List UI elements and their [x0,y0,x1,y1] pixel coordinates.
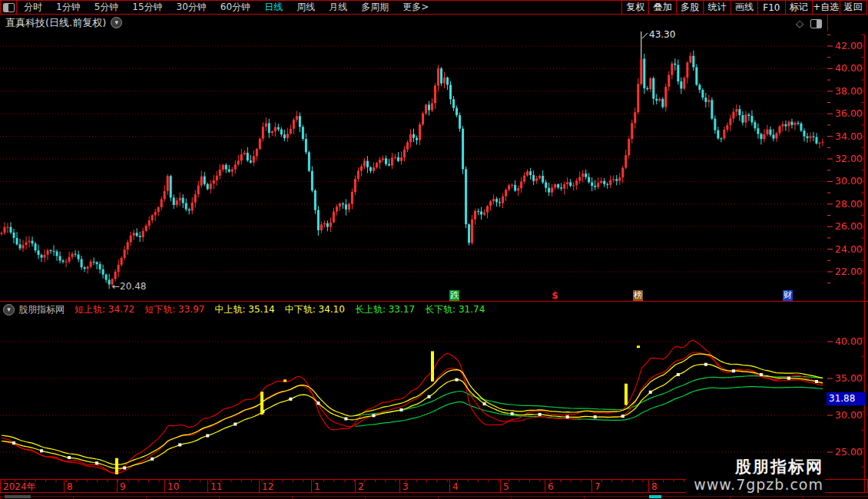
indicator-name: 股朋指标网 [18,303,65,316]
main-ytick-label: 26.00 [835,220,863,232]
event-badge-$[interactable]: $ [550,290,560,301]
indicator-ytick-label: 35.00 [835,372,863,384]
axis-month-label: 11 [210,481,222,492]
axis-month-label: 12 [262,481,273,492]
indicator-ytick-label: 25.00 [835,446,863,458]
white-square-markers [12,363,818,470]
main-ytick-label: 22.00 [835,266,863,277]
axis-divider [827,15,828,31]
mid-lower-band [2,365,823,469]
toolbar-button-返回[interactable]: 返回 [840,1,867,14]
panel-right-icon[interactable] [810,19,822,28]
indicator-band-chart[interactable] [0,318,825,479]
period-tab-60分钟[interactable]: 60分钟 [214,1,257,14]
main-ytick-label: 30.00 [835,175,863,187]
indicator-header: ▾ 股朋指标网 短上轨: 34.72短下轨: 33.97中上轨: 35.14中下… [0,302,825,317]
period-tab-更多>[interactable]: 更多> [396,1,436,14]
diamond-icon[interactable]: ◇ [796,18,803,28]
indicator-legend: 短上轨: 34.72短下轨: 33.97中上轨: 35.14中下轨: 34.10… [65,303,485,316]
signal-bars [115,345,640,474]
collapse-indicator-icon[interactable]: ▾ [3,304,15,316]
axis-month-label: 7 [595,481,601,492]
axis-month-label: 9 [120,481,126,492]
period-tab-周线[interactable]: 周线 [290,1,322,14]
toolbar-button-画线[interactable]: 画线 [731,1,757,14]
period-tab-月线[interactable]: 月线 [322,1,354,14]
high-annotation-pointer [642,33,648,38]
event-badge-跌[interactable]: 跌 [449,290,459,301]
toolbar-button-多股[interactable]: 多股 [676,1,703,14]
low-price-annotation: ←20.48 [112,281,146,292]
toolbar-button-F10[interactable]: F10 [757,1,784,14]
axis-month-label: 10 [167,481,179,492]
main-ytick-label: 42.00 [835,40,863,51]
short-lower-band [2,352,823,474]
toolbar-button-+自选[interactable]: +自选 [812,1,839,14]
main-candlestick-chart[interactable] [0,31,825,301]
bottom-fragment [649,495,661,498]
layout-toggle-button[interactable] [0,0,17,15]
legend-item-中下轨: 中下轨: 34.10 [285,303,345,316]
main-ytick-label: 32.00 [835,153,863,164]
indicator-gridlines [0,342,824,452]
period-toolbar: 分时1分钟5分钟15分钟30分钟60分钟日线周线月线多周期更多> 复权叠加多股统… [0,0,867,15]
long-upper-band [355,376,823,416]
mid-upper-band [2,354,823,464]
watermark-site-name: 股朋指标网 [694,458,823,476]
period-tab-5分钟[interactable]: 5分钟 [88,1,126,14]
axis-month-label: 8 [67,481,73,492]
toolbar-button-叠加[interactable]: 叠加 [648,1,675,14]
toolbar-button-统计[interactable]: 统计 [703,1,730,14]
legend-item-短下轨: 短下轨: 33.97 [144,303,204,316]
main-ytick-label: 38.00 [835,85,863,97]
long-lower-band [355,387,823,427]
legend-item-中上轨: 中上轨: 35.14 [214,303,274,316]
main-ytick-label: 28.00 [835,198,863,210]
legend-item-长下轨: 长下轨: 31.74 [425,303,485,316]
indicator-ytick-label: 30.00 [835,409,863,421]
period-tabs: 分时1分钟5分钟15分钟30分钟60分钟日线周线月线多周期更多> [17,1,436,14]
axis-month-label: 3 [403,481,409,492]
price-axis: 22.0024.0026.0028.0030.0032.0034.0036.00… [825,31,868,493]
axis-month-label: 5 [503,481,509,492]
stock-title: 直真科技(日线.前复权) [5,16,106,30]
short-upper-band [2,340,823,472]
high-price-annotation: 43.30 [649,29,675,40]
axis-month-label: 1 [314,481,320,492]
period-tab-日线[interactable]: 日线 [257,1,290,14]
main-ytick-label: 24.00 [835,243,863,255]
period-tab-30分钟[interactable]: 30分钟 [170,1,214,14]
toolbar-actions: 复权叠加多股统计画线F10标记+自选返回 [621,1,867,14]
chevron-down-icon[interactable]: ▾ [111,17,122,28]
last-value-box: 31.88 [827,392,866,405]
bottom-partial-pane [0,493,868,499]
main-ytick-label: 40.00 [835,62,863,74]
main-ytick-label: 36.00 [835,107,863,119]
main-ytick-label: 34.00 [835,131,863,142]
period-tab-分时[interactable]: 分时 [17,1,49,14]
period-tab-多周期[interactable]: 多周期 [354,1,396,14]
candles [1,31,824,289]
period-tab-15分钟[interactable]: 15分钟 [125,1,169,14]
panel-left-icon [3,3,15,12]
watermark-site-url: www.7gpzb.com [694,476,823,493]
axis-month-label: 4 [452,481,459,492]
period-tab-1分钟[interactable]: 1分钟 [49,1,88,14]
event-badge-财[interactable]: 财 [783,290,793,301]
axis-month-label: 8 [651,481,658,492]
legend-item-短上轨: 短上轨: 34.72 [75,303,134,316]
event-badge-榜[interactable]: 榜 [633,290,643,301]
axis-month-label: 6 [548,481,554,492]
axis-month-label: 2 [358,481,364,492]
toolbar-button-复权[interactable]: 复权 [621,1,648,14]
toolbar-button-标记[interactable]: 标记 [785,1,812,14]
title-bar: 直真科技(日线.前复权) ▾ [0,15,868,31]
legend-item-长上轨: 长上轨: 33.17 [355,303,415,316]
main-gridlines [0,46,824,272]
indicator-ytick-label: 40.00 [835,335,863,347]
watermark: 股朋指标网 www.7gpzb.com [686,456,825,493]
axis-year-label: 2024年 [3,481,36,492]
trading-app-window: 分时1分钟5分钟15分钟30分钟60分钟日线周线月线多周期更多> 复权叠加多股统… [0,0,868,499]
